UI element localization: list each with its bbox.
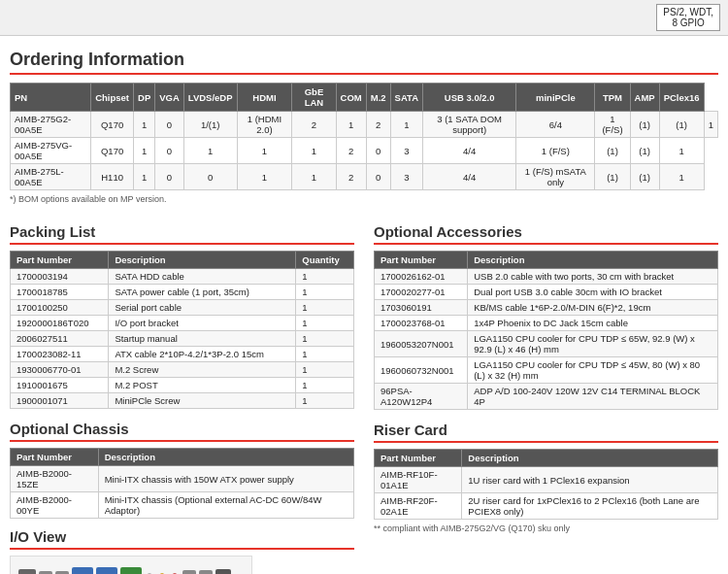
optional-accessories-table: Part Number Description 1700026162-01USB… — [374, 251, 718, 410]
list-item: 1700003194SATA HDD cable1 — [11, 269, 354, 285]
table-cell: 0 — [155, 138, 184, 164]
table-cell: AIMB-RF10F-01A1E — [375, 467, 462, 493]
col-sata: SATA — [390, 84, 422, 112]
col-com: COM — [336, 84, 366, 112]
table-cell: 1 — [296, 300, 354, 316]
table-cell: 1 — [296, 347, 354, 362]
table-cell: 1 (F/S) — [516, 138, 595, 164]
list-item: 2006027511Startup manual1 — [11, 331, 354, 347]
col-lvds: LVDS/eDP — [183, 84, 237, 112]
table-cell: 1 — [659, 138, 704, 164]
table-cell: ADP A/D 100-240V 120W 12V C14 TERMINAL B… — [468, 384, 718, 410]
table-row: AIMB-275VG-00A5EQ170101112034/41 (F/S)(1… — [11, 138, 718, 164]
table-cell: 1 — [390, 112, 422, 138]
list-item: 1700018785SATA power cable (1 port, 35cm… — [11, 285, 354, 300]
table-cell: AIMB-B2000-00YE — [11, 492, 99, 519]
table-cell: 1930006770-01 — [11, 362, 109, 378]
riser-card-title: Riser Card — [374, 422, 718, 443]
table-cell: 3 — [390, 164, 422, 190]
table-cell: 1700023768-01 — [375, 316, 468, 331]
col-gbe: GbE LAN — [292, 84, 336, 112]
table-cell: 1700003194 — [11, 269, 109, 285]
table-cell: 1 (F/S) — [595, 112, 630, 138]
table-cell: 1 (F/S) mSATA only — [516, 164, 595, 190]
ordering-table: PN Chipset DP VGA LVDS/eDP HDMI GbE LAN … — [10, 83, 718, 190]
riser-card-table: Part Number Description AIMB-RF10F-01A1E… — [374, 449, 718, 520]
table-cell: USB 2.0 cable with two ports, 30 cm with… — [468, 269, 718, 285]
table-cell: 1 — [237, 138, 292, 164]
table-cell: 1960053207N001 — [375, 331, 468, 357]
table-cell: 1U riser card with 1 PClex16 expansion — [462, 467, 718, 493]
packing-col-desc: Description — [109, 252, 296, 269]
table-cell: 1900001071 — [11, 393, 109, 409]
table-cell: 1 — [296, 393, 354, 409]
table-cell: 1700026162-01 — [375, 269, 468, 285]
ps2-gpio-box: PS/2, WDT, 8 GPIO — [656, 4, 720, 31]
main-content: Ordering Information PN Chipset DP VGA L… — [0, 50, 728, 574]
list-item: AIMB-B2000-00YEMini-ITX chassis (Optiona… — [11, 492, 354, 519]
io-view-image — [10, 556, 252, 574]
table-cell: SATA HDD cable — [109, 269, 296, 285]
table-cell: (1) — [595, 164, 630, 190]
table-cell: 1/(1) — [183, 112, 237, 138]
table-cell: 1910001675 — [11, 378, 109, 393]
list-item: 96PSA-A120W12P4ADP A/D 100-240V 120W 12V… — [375, 384, 718, 410]
list-item: 1700023768-011x4P Phoenix to DC Jack 15c… — [375, 316, 718, 331]
list-item: 1700020277-01Dual port USB 3.0 cable 30c… — [375, 285, 718, 300]
table-cell: Q170 — [91, 138, 134, 164]
table-cell: AIMB-B2000-15ZE — [11, 466, 99, 492]
table-cell: 1 — [183, 138, 237, 164]
table-cell: Mini-ITX chassis with 150W ATX power sup… — [98, 466, 353, 492]
table-cell: MiniPCle Screw — [109, 393, 296, 409]
col-vga: VGA — [155, 84, 184, 112]
list-item: AIMB-RF20F-02A1E2U riser card for 1xPCle… — [375, 493, 718, 520]
table-cell: Q170 — [91, 112, 134, 138]
table-cell: 6/4 — [516, 112, 595, 138]
col-m2: M.2 — [366, 84, 390, 112]
table-cell: 1 — [296, 316, 354, 331]
table-cell: 1 — [134, 164, 155, 190]
col-amp: AMP — [630, 84, 659, 112]
table-cell: 1 — [296, 285, 354, 300]
table-cell: 2 — [336, 164, 366, 190]
table-cell: KB/MS cable 1*6P-2.0/M-DIN 6(F)*2, 19cm — [468, 300, 718, 316]
table-cell: 2006027511 — [11, 331, 109, 347]
table-cell: 1 (HDMI 2.0) — [237, 112, 292, 138]
list-item: 1700026162-01USB 2.0 cable with two port… — [375, 269, 718, 285]
table-cell: 3 — [390, 138, 422, 164]
table-cell: SATA power cable (1 port, 35cm) — [109, 285, 296, 300]
table-cell: 1 — [296, 331, 354, 347]
table-cell: (1) — [659, 112, 704, 138]
list-item: 1700023082-11ATX cable 2*10P-4.2/1*3P-2.… — [11, 347, 354, 362]
packing-col-pn: Part Number — [11, 252, 109, 269]
ps2-label: PS/2, WDT, — [663, 7, 713, 17]
table-cell: Startup manual — [109, 331, 296, 347]
gpio-label: 8 GPIO — [663, 17, 713, 28]
left-column: Packing List Part Number Description Qua… — [10, 212, 354, 574]
table-cell: 1 — [704, 112, 717, 138]
col-pn: PN — [11, 84, 91, 112]
right-column: Optional Accessories Part Number Descrip… — [374, 212, 718, 574]
table-cell: 1 — [292, 164, 336, 190]
table-cell: 3 (1 SATA DOM support) — [423, 112, 516, 138]
table-cell: 1 — [659, 164, 704, 190]
table-cell: 1 — [296, 378, 354, 393]
list-item: 1960060732N001LGA1150 CPU cooler for CPU… — [375, 357, 718, 384]
list-item: 1700100250Serial port cable1 — [11, 300, 354, 316]
col-pclex16: PClex16 — [659, 84, 704, 112]
col-usb: USB 3.0/2.0 — [423, 84, 516, 112]
table-cell: I/O port bracket — [109, 316, 296, 331]
acc-col-pn: Part Number — [375, 252, 468, 269]
chassis-col-desc: Description — [98, 449, 353, 466]
table-cell: AIMB-275G2-00A5E — [11, 112, 91, 138]
table-cell: 1 — [296, 269, 354, 285]
table-cell: 1960060732N001 — [375, 357, 468, 384]
table-cell: 0 — [366, 164, 390, 190]
table-cell: H110 — [91, 164, 134, 190]
table-cell: 0 — [155, 112, 184, 138]
top-bar-right: PS/2, WDT, 8 GPIO — [656, 4, 720, 31]
two-col-section: Packing List Part Number Description Qua… — [10, 212, 718, 574]
table-cell: (1) — [630, 138, 659, 164]
table-cell: 1 — [296, 362, 354, 378]
col-dp: DP — [134, 84, 155, 112]
